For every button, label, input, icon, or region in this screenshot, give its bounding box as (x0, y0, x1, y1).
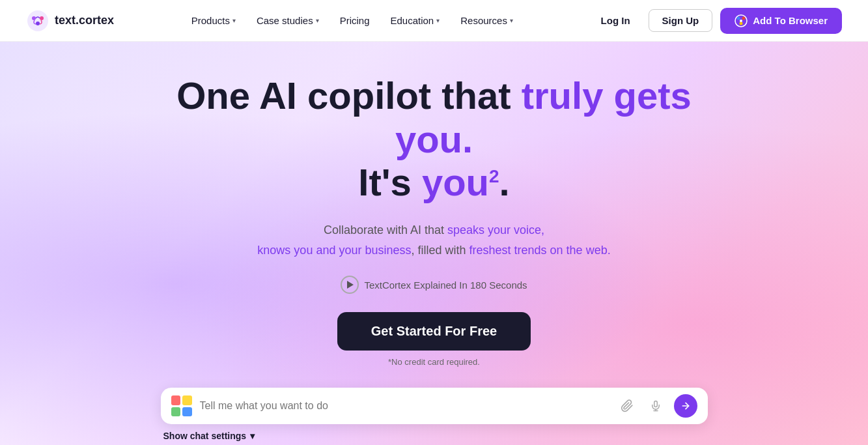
chevron-down-icon: ▾ (436, 17, 440, 24)
subtext-highlight-trends: freshest trends on the web. (469, 244, 611, 257)
svg-point-7 (740, 22, 743, 25)
logo-text: text.cortex (55, 14, 114, 27)
hero-subtext: Collaborate with AI that speaks your voi… (257, 220, 610, 260)
play-triangle-icon (347, 281, 354, 289)
heading-text-part1: One AI copilot that truly gets you. (176, 74, 692, 160)
subtext-highlight-business: knows you and your business (257, 244, 411, 257)
microphone-button[interactable] (645, 395, 666, 416)
svg-point-8 (740, 20, 742, 22)
heading-purple-part: truly gets you. (395, 74, 692, 160)
video-link[interactable]: TextCortex Explained In 180 Seconds (341, 276, 527, 294)
svg-point-1 (32, 16, 36, 20)
chevron-down-icon: ▾ (316, 17, 319, 24)
svg-point-3 (36, 22, 40, 25)
play-button-icon (341, 276, 359, 294)
logo-icon (26, 9, 49, 33)
heading-you-purple: you2 (422, 161, 499, 203)
add-to-browser-button[interactable]: Add To Browser (720, 8, 842, 34)
chevron-down-icon: ▾ (232, 17, 236, 24)
grid-cell-4 (182, 407, 192, 417)
nav-education[interactable]: Education ▾ (382, 10, 449, 31)
chat-settings-toggle[interactable]: Show chat settings ▾ (163, 431, 708, 441)
hero-section: One AI copilot that truly gets you. It's… (0, 42, 868, 445)
svg-rect-9 (654, 401, 657, 407)
chat-settings-label: Show chat settings (163, 431, 247, 441)
microphone-icon (650, 399, 662, 412)
send-icon (680, 401, 691, 411)
nav-actions: Log In Sign Up Add To Browser (591, 8, 842, 34)
chat-bar (161, 388, 708, 424)
navbar: text.cortex Products ▾ Case studies ▾ Pr… (0, 0, 868, 42)
chat-input[interactable] (200, 400, 609, 412)
hero-content: One AI copilot that truly gets you. It's… (141, 74, 727, 385)
video-label: TextCortex Explained In 180 Seconds (364, 280, 527, 291)
chevron-down-icon: ▾ (250, 431, 255, 441)
chat-send-button[interactable] (674, 394, 697, 418)
chevron-down-icon: ▾ (510, 17, 513, 24)
grid-cell-1 (171, 395, 181, 405)
nav-case-studies[interactable]: Case studies ▾ (247, 10, 328, 31)
attachment-button[interactable] (617, 395, 637, 416)
signup-button[interactable]: Sign Up (649, 9, 713, 32)
chat-container: Show chat settings ▾ (161, 388, 708, 441)
grid-cell-2 (182, 395, 192, 405)
svg-point-6 (742, 16, 746, 20)
no-credit-text: *No credit card required. (388, 357, 480, 367)
heading-sup: 2 (489, 166, 499, 186)
chat-grid-icon (171, 395, 192, 416)
get-started-button[interactable]: Get Started For Free (337, 312, 531, 351)
nav-links: Products ▾ Case studies ▾ Pricing Educat… (182, 10, 522, 31)
nav-resources[interactable]: Resources ▾ (451, 10, 522, 31)
svg-point-0 (27, 10, 48, 31)
nav-pricing[interactable]: Pricing (331, 10, 379, 31)
login-button[interactable]: Log In (591, 10, 641, 31)
logo-link[interactable]: text.cortex (26, 9, 114, 33)
attachment-icon (621, 399, 634, 412)
chat-actions (617, 394, 697, 418)
subtext-highlight-voice: speaks your voice, (447, 223, 544, 237)
browser-icon (735, 14, 748, 27)
svg-point-2 (40, 16, 44, 20)
hero-heading: One AI copilot that truly gets you. It's… (141, 74, 727, 205)
grid-cell-3 (171, 407, 181, 417)
nav-products[interactable]: Products ▾ (182, 10, 245, 31)
svg-point-5 (737, 16, 740, 20)
heading-line2: It's you2. (141, 161, 727, 205)
